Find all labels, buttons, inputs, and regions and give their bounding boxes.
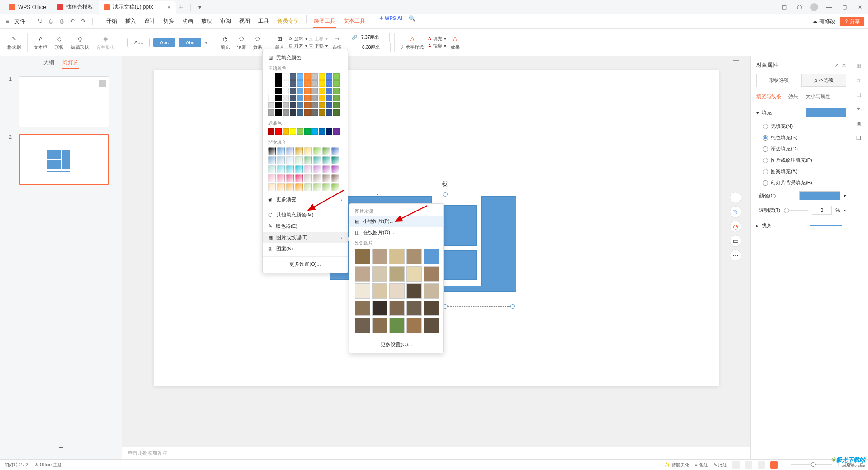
color-swatch[interactable] xyxy=(319,128,325,135)
color-swatch[interactable] xyxy=(333,128,340,135)
tab-wps-home[interactable]: WPS Office xyxy=(4,1,52,14)
select-button[interactable]: ▭ 选择 xyxy=(330,34,344,51)
move-up-button[interactable]: △ 上移 ▾ xyxy=(309,36,328,42)
zoom-slider[interactable] xyxy=(791,464,832,465)
height-input[interactable] xyxy=(360,43,391,52)
gradient-swatch[interactable] xyxy=(331,156,339,164)
texture-swatch[interactable] xyxy=(389,318,405,333)
text-fill-button[interactable]: A 填充 ▾ xyxy=(428,36,446,42)
menu-insert[interactable]: 插入 xyxy=(124,15,137,28)
stepper-icon[interactable]: ▸ xyxy=(844,207,846,213)
radio-pattern-fill[interactable]: 图案填充(A) xyxy=(756,166,846,177)
color-swatch[interactable] xyxy=(304,109,311,116)
slides-tab[interactable]: 幻灯片 xyxy=(62,59,79,69)
color-swatch[interactable] xyxy=(268,80,274,87)
texture-swatch[interactable] xyxy=(372,301,387,316)
color-swatch[interactable] xyxy=(283,95,289,101)
color-swatch[interactable] xyxy=(319,80,325,87)
text-outline-button[interactable]: A 轮廓 ▾ xyxy=(428,43,446,49)
print-icon[interactable]: ⎙ xyxy=(47,18,54,25)
beautify-button[interactable]: ✨ 智能美化 xyxy=(665,462,689,468)
texture-swatch[interactable] xyxy=(389,249,405,264)
color-swatch[interactable] xyxy=(268,128,274,135)
texture-more-settings[interactable]: 更多设置(O)... xyxy=(349,339,443,350)
fill-button[interactable]: ◔ 填充 xyxy=(218,34,232,51)
gradient-swatch[interactable] xyxy=(295,183,303,191)
group-button[interactable]: ⊞ 组合 xyxy=(273,34,287,51)
view-reading-icon[interactable] xyxy=(758,461,765,469)
shape-rect[interactable] xyxy=(436,286,516,292)
print-preview-icon[interactable]: ⎙ xyxy=(58,18,65,25)
color-swatch[interactable] xyxy=(326,88,332,94)
menu-view[interactable]: 视图 xyxy=(238,15,251,28)
color-swatch[interactable] xyxy=(304,80,311,87)
texture-swatch[interactable] xyxy=(372,318,387,333)
view-slideshow-icon[interactable] xyxy=(770,461,778,469)
color-swatch[interactable] xyxy=(311,73,318,80)
shape-rect[interactable] xyxy=(481,196,516,287)
texture-swatch[interactable] xyxy=(372,283,387,299)
color-swatch[interactable] xyxy=(311,88,318,94)
texture-swatch[interactable] xyxy=(424,249,439,264)
color-swatch[interactable] xyxy=(297,102,303,108)
file-menu[interactable]: 文件 xyxy=(14,18,25,25)
tab-list-button[interactable]: ▾ xyxy=(194,2,205,13)
notes-input[interactable]: 单击此处添加备注 xyxy=(122,446,750,459)
transparency-input[interactable] xyxy=(812,206,832,215)
gradient-swatch[interactable] xyxy=(322,147,330,155)
menu-text-tools[interactable]: 文本工具 xyxy=(343,15,366,28)
gradient-swatch[interactable] xyxy=(268,156,276,164)
float-palette-icon[interactable]: ◔ xyxy=(730,221,741,232)
color-swatch[interactable] xyxy=(333,109,340,116)
gradient-swatch[interactable] xyxy=(295,165,303,173)
texture-swatch[interactable] xyxy=(355,283,370,299)
color-swatch[interactable] xyxy=(283,102,289,108)
color-swatch[interactable] xyxy=(290,80,296,87)
rotate-button[interactable]: ⟳ 旋转 ▾ xyxy=(289,36,307,42)
float-minus-icon[interactable]: — xyxy=(730,192,741,203)
texture-swatch[interactable] xyxy=(355,249,370,264)
color-swatch[interactable] xyxy=(283,73,289,80)
gradient-swatch[interactable] xyxy=(313,174,321,182)
color-swatch[interactable] xyxy=(319,109,325,116)
color-swatch[interactable] xyxy=(290,102,296,108)
color-swatch[interactable] xyxy=(275,88,282,94)
style-preset-3[interactable]: Abc xyxy=(179,38,201,47)
texture-swatch[interactable] xyxy=(389,301,405,316)
gradient-swatch[interactable] xyxy=(277,174,285,182)
gradient-swatch[interactable] xyxy=(313,165,321,173)
undo-icon[interactable]: ↶ xyxy=(69,18,76,25)
pin-icon[interactable]: ⤢ xyxy=(834,62,839,69)
gradient-swatch[interactable] xyxy=(268,147,276,155)
line-section-header[interactable]: ▸ 线条 xyxy=(756,221,846,230)
menu-design[interactable]: 设计 xyxy=(143,15,156,28)
gradient-swatch[interactable] xyxy=(277,183,285,191)
color-swatch[interactable] xyxy=(326,80,332,87)
slide-thumb-1[interactable] xyxy=(19,76,109,127)
color-swatch[interactable] xyxy=(297,73,303,80)
color-swatch[interactable] xyxy=(268,109,274,116)
color-swatch[interactable] xyxy=(283,128,289,135)
gradient-swatch[interactable] xyxy=(295,174,303,182)
picture-texture-option[interactable]: ▦ 图片或纹理(T)› xyxy=(263,232,348,243)
color-swatch[interactable] xyxy=(283,80,289,87)
eyedropper-option[interactable]: ✎ 取色器(E) xyxy=(263,221,348,232)
color-swatch[interactable] xyxy=(297,88,303,94)
texture-swatch[interactable] xyxy=(355,318,370,333)
effect-tab[interactable]: 效果 xyxy=(788,93,798,100)
menu-tools[interactable]: 工具 xyxy=(257,15,270,28)
tab-docer[interactable]: 找稻壳模板 xyxy=(52,1,99,14)
menu-transition[interactable]: 切换 xyxy=(162,15,175,28)
color-swatch[interactable] xyxy=(275,80,282,87)
side-star-icon[interactable]: ☆ xyxy=(856,77,864,85)
style-preset-1[interactable]: Abc xyxy=(127,38,150,47)
texture-swatch[interactable] xyxy=(424,266,439,282)
texture-swatch[interactable] xyxy=(406,283,422,299)
effect-button[interactable]: ⬠ 效果 xyxy=(250,34,265,51)
menu-draw-tools[interactable]: 绘图工具 xyxy=(313,15,336,28)
color-swatch[interactable] xyxy=(290,73,296,80)
texture-swatch[interactable] xyxy=(355,301,370,316)
color-swatch[interactable] xyxy=(311,109,318,116)
add-tab-button[interactable]: + xyxy=(176,2,187,13)
minimize-icon[interactable]: — xyxy=(825,4,834,10)
